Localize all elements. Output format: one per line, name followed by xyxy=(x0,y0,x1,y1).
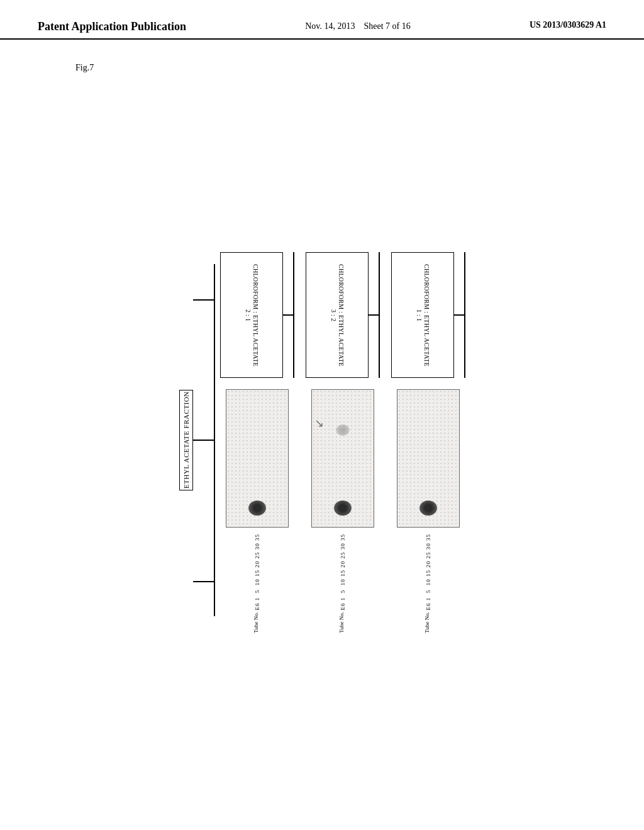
col2-tube-numbers: E6 1 5 10 15 20 25 30 35 Tube No. xyxy=(311,534,374,628)
col1-spot-large xyxy=(248,501,266,516)
figure-label: Fig.7 xyxy=(75,63,94,73)
page-header: Patent Application Publication Nov. 14, … xyxy=(0,0,644,40)
col2-label: CHLOROFORM : ETHYL ACETATE3 : 2 xyxy=(306,252,369,378)
header-date-sheet: Nov. 14, 2013 Sheet 7 of 16 xyxy=(305,20,410,33)
col2-arrow: ↘ xyxy=(314,416,324,430)
column-1: CHLOROFORM : ETHYL ACETATE2 : 1 xyxy=(220,252,294,628)
header-patent-number: US 2013/0303629 A1 xyxy=(530,20,606,30)
col3-label: CHLOROFORM : ETHYL ACETATE1 : 1 xyxy=(391,252,454,378)
col1-label: CHLOROFORM : ETHYL ACETATE2 : 1 xyxy=(220,252,283,378)
col2-spot-large xyxy=(334,501,352,516)
diagram-area: ETHYL ACETATE FRACTION CHLO xyxy=(38,88,606,792)
col3-tube-numbers: E6 1 5 10 15 20 25 30 35 Tube No. xyxy=(397,534,460,628)
col1-tlc-plate xyxy=(226,389,289,528)
outer-container: ETHYL ACETATE FRACTION CHLO xyxy=(179,252,465,628)
outer-label-box: ETHYL ACETATE FRACTION xyxy=(179,390,193,490)
col2-spot-ghost xyxy=(336,424,350,436)
col3-spot-large xyxy=(419,501,437,516)
col1-tube-numbers: E6 1 5 10 15 20 25 30 35 Tube No. xyxy=(226,534,289,628)
header-title: Patent Application Publication xyxy=(38,20,186,33)
outer-label-container: ETHYL ACETATE FRACTION xyxy=(179,264,215,616)
column-2: CHLOROFORM : ETHYL ACETATE3 : 2 ↘ xyxy=(306,252,380,628)
column-3: CHLOROFORM : ETHYL ACETATE1 : 1 xyxy=(391,252,465,628)
col3-tlc-plate xyxy=(397,389,460,528)
columns-container: CHLOROFORM : ETHYL ACETATE2 : 1 xyxy=(220,252,465,628)
col2-tlc-plate: ↘ xyxy=(311,389,374,528)
